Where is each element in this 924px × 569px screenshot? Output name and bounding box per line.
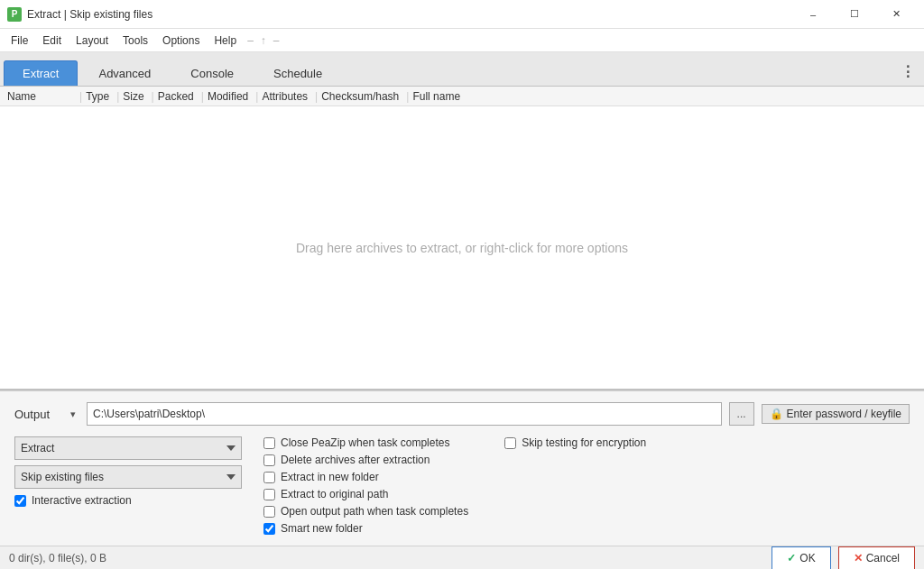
skip-testing-row: Skip testing for encryption	[504, 436, 646, 449]
output-row: Output ▾ ... 🔒 Enter password / keyfile	[14, 402, 910, 426]
output-dropdown-arrow[interactable]: ▾	[67, 407, 79, 422]
menu-bar: File Edit Layout Tools Options Help – ↑ …	[0, 29, 924, 52]
output-path-input[interactable]	[87, 402, 722, 426]
skip-mode-wrapper: Skip existing files Overwrite existing f…	[14, 465, 242, 489]
menu-sep1: –	[244, 34, 257, 47]
skip-testing-checkbox[interactable]	[504, 437, 516, 449]
col-type: Type	[86, 90, 116, 103]
drop-zone[interactable]: Drag here archives to extract, or right-…	[0, 106, 924, 389]
smart-new-folder-checkbox[interactable]	[263, 523, 275, 535]
col-size: Size	[123, 90, 151, 103]
col-name: Name	[7, 90, 79, 103]
password-keyfile-button[interactable]: 🔒 Enter password / keyfile	[762, 404, 910, 424]
col-packed: Packed	[158, 90, 201, 103]
menu-sep2: ↑	[257, 34, 270, 47]
ok-button[interactable]: ✓ OK	[772, 546, 830, 570]
status-bar: 0 dir(s), 0 file(s), 0 B ✓ OK ✕ Cancel	[0, 546, 924, 569]
smart-new-folder-label: Smart new folder	[281, 522, 363, 535]
col-attributes: Attributes	[262, 90, 315, 103]
cancel-label: Cancel	[866, 552, 900, 564]
delete-archives-label: Delete archives after extraction	[281, 454, 430, 466]
bottom-panel: Output ▾ ... 🔒 Enter password / keyfile …	[0, 390, 924, 546]
extract-original-path-checkbox[interactable]	[263, 489, 275, 500]
extract-original-path-row: Extract to original path	[263, 488, 468, 500]
smart-new-folder-row: Smart new folder	[263, 522, 468, 535]
menu-file[interactable]: File	[4, 32, 35, 50]
window-title: Extract | Skip existing files	[27, 8, 792, 21]
drop-hint: Drag here archives to extract, or right-…	[296, 241, 628, 255]
right-options: Close PeaZip when task completes Delete …	[263, 436, 910, 535]
extract-new-folder-label: Extract in new folder	[281, 471, 379, 483]
extract-new-folder-checkbox[interactable]	[263, 472, 275, 483]
skip-testing-label: Skip testing for encryption	[522, 436, 646, 449]
delete-archives-checkbox[interactable]	[263, 454, 275, 466]
skip-mode-select[interactable]: Skip existing files Overwrite existing f…	[14, 465, 242, 489]
options-row: Extract List Test Skip existing files Ov…	[14, 436, 910, 535]
close-peazip-label: Close PeaZip when task completes	[281, 436, 449, 449]
extract-new-folder-row: Extract in new folder	[263, 471, 468, 483]
col-modified: Modified	[208, 90, 255, 103]
open-output-checkbox[interactable]	[263, 506, 275, 518]
column-headers: Name | Type | Size | Packed | Modified |…	[0, 87, 924, 106]
maximize-button[interactable]: ☐	[834, 0, 875, 29]
close-peazip-row: Close PeaZip when task completes	[263, 436, 468, 449]
menu-help[interactable]: Help	[207, 32, 244, 50]
extract-mode-select[interactable]: Extract List Test	[14, 436, 242, 460]
tab-extract[interactable]: Extract	[4, 60, 78, 86]
toolbar: Extract Advanced Console Schedule ⋮	[0, 52, 924, 87]
extract-mode-wrapper: Extract List Test	[14, 436, 242, 460]
col-checksum: Checksum/hash	[321, 90, 406, 103]
options-col-1: Close PeaZip when task completes Delete …	[263, 436, 468, 535]
browse-button[interactable]: ...	[729, 402, 754, 426]
left-options: Extract List Test Skip existing files Ov…	[14, 436, 249, 507]
file-list-area: Name | Type | Size | Packed | Modified |…	[0, 87, 924, 390]
app-icon: P	[7, 7, 22, 22]
menu-tools[interactable]: Tools	[116, 32, 155, 50]
tab-advanced[interactable]: Advanced	[79, 60, 170, 86]
col-fullname: Full name	[412, 90, 467, 103]
extract-original-path-label: Extract to original path	[281, 488, 388, 500]
minimize-button[interactable]: –	[792, 0, 834, 29]
menu-edit[interactable]: Edit	[35, 32, 69, 50]
toolbar-more-button[interactable]: ⋮	[895, 61, 920, 82]
interactive-extraction-checkbox[interactable]	[14, 495, 26, 507]
menu-sep3: –	[270, 34, 283, 47]
window-controls: – ☐ ✕	[792, 0, 917, 29]
cancel-button[interactable]: ✕ Cancel	[838, 546, 915, 570]
status-info: 0 dir(s), 0 file(s), 0 B	[9, 552, 106, 564]
ok-label: OK	[799, 552, 815, 564]
interactive-extraction-row: Interactive extraction	[14, 494, 249, 507]
x-icon: ✕	[854, 552, 863, 564]
tab-console[interactable]: Console	[171, 60, 253, 86]
menu-options[interactable]: Options	[155, 32, 207, 50]
tab-schedule[interactable]: Schedule	[254, 60, 341, 86]
status-right: ✓ OK ✕ Cancel	[772, 546, 915, 570]
delete-archives-row: Delete archives after extraction	[263, 454, 468, 466]
title-bar: P Extract | Skip existing files – ☐ ✕	[0, 0, 924, 29]
open-output-label: Open output path when task completes	[281, 505, 468, 518]
open-output-row: Open output path when task completes	[263, 505, 468, 518]
menu-layout[interactable]: Layout	[69, 32, 116, 50]
close-peazip-checkbox[interactable]	[263, 437, 275, 449]
checkmark-icon: ✓	[787, 552, 796, 564]
close-button[interactable]: ✕	[875, 0, 917, 29]
options-col-2: Skip testing for encryption	[504, 436, 646, 535]
interactive-extraction-label[interactable]: Interactive extraction	[32, 494, 132, 507]
output-label: Output	[14, 408, 60, 421]
lock-icon: 🔒	[770, 408, 783, 420]
